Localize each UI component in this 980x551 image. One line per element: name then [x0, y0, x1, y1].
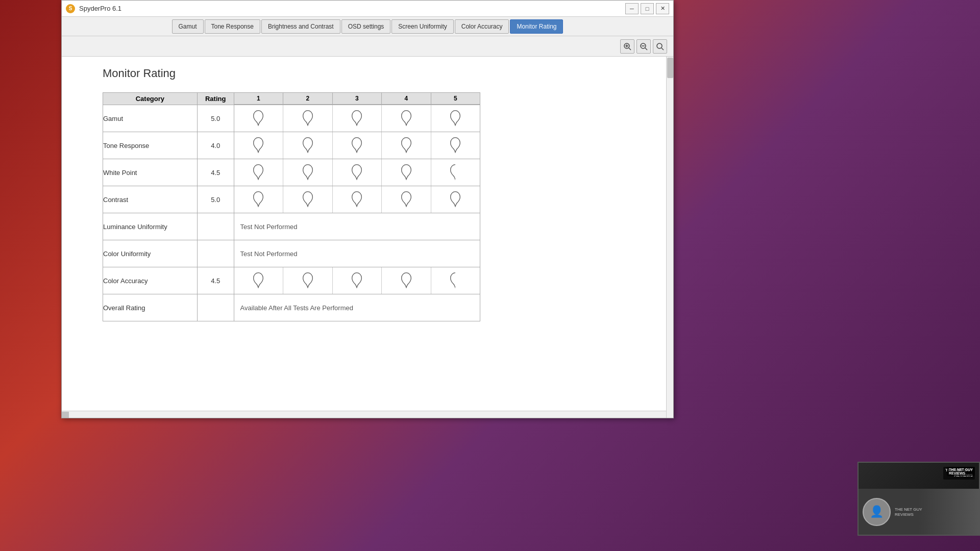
- cell-rating-color-accuracy: 4.5: [197, 267, 234, 294]
- cell-category-overall-rating: Overall Rating: [103, 294, 198, 321]
- message-color-uniformity: Test Not Performed: [234, 240, 480, 267]
- star-col-2: 2: [283, 93, 332, 104]
- star-slot-white-point-1: [234, 159, 283, 186]
- star-slot-contrast-3: [333, 186, 382, 213]
- star-slot-white-point-5: [431, 159, 480, 186]
- cell-stars-contrast: [234, 186, 480, 213]
- video-brand-tag: THE NET GUYREVIEWS: [947, 467, 975, 476]
- star-slot-contrast-2: [283, 186, 332, 213]
- cell-category-gamut: Gamut: [103, 105, 198, 132]
- app-window: S SpyderPro 6.1 ─ □ ✕ Gamut Tone Respons…: [61, 0, 674, 418]
- star-slot-tone-response-4: [382, 132, 431, 159]
- star-slot-gamut-3: [333, 105, 382, 132]
- window-controls: ─ □ ✕: [625, 3, 669, 14]
- cell-stars-tone-response: [234, 132, 480, 159]
- star-slot-gamut-1: [234, 105, 283, 132]
- star-slot-tone-response-2: [283, 132, 332, 159]
- cell-rating-white-point: 4.5: [197, 159, 234, 186]
- svg-line-5: [645, 48, 647, 50]
- table-row: Gamut5.0: [103, 105, 480, 132]
- zoom-in-icon: [623, 42, 631, 51]
- svg-line-8: [662, 48, 664, 50]
- cell-stars-gamut: [234, 105, 480, 132]
- svg-point-7: [657, 43, 662, 48]
- table-row: Color Accuracy4.5: [103, 267, 480, 294]
- zoom-reset-button[interactable]: [653, 39, 667, 54]
- tab-bar: Gamut Tone Response Brightness and Contr…: [62, 17, 673, 36]
- message-overall-rating: Available After All Tests Are Performed: [234, 294, 480, 321]
- star-slot-color-accuracy-5: [431, 267, 480, 294]
- star-col-1: 1: [234, 93, 283, 104]
- video-meta: THE NET GUY REVIEWS: [895, 507, 922, 517]
- cell-rating-gamut: 5.0: [197, 105, 234, 132]
- star-slot-gamut-4: [382, 105, 431, 132]
- tab-screen-uniformity[interactable]: Screen Uniformity: [391, 19, 453, 34]
- header-category: Category: [103, 93, 198, 105]
- star-slot-white-point-3: [333, 159, 382, 186]
- title-bar: S SpyderPro 6.1 ─ □ ✕: [62, 1, 673, 17]
- cell-category-tone-response: Tone Response: [103, 132, 198, 159]
- tab-monitor-rating[interactable]: Monitor Rating: [510, 19, 563, 34]
- table-row: Tone Response4.0: [103, 132, 480, 159]
- cell-rating-overall-rating: [197, 294, 234, 321]
- star-slot-contrast-4: [382, 186, 431, 213]
- star-slot-tone-response-3: [333, 132, 382, 159]
- h-scrollbar-thumb[interactable]: [62, 412, 69, 418]
- cell-category-color-uniformity: Color Uniformity: [103, 240, 198, 267]
- page-title: Monitor Rating: [103, 67, 663, 80]
- star-col-5: 5: [431, 93, 480, 104]
- cell-stars-luminance-uniformity: Test Not Performed: [234, 213, 480, 240]
- tab-osd-settings[interactable]: OSD settings: [341, 19, 391, 34]
- cell-category-color-accuracy: Color Accuracy: [103, 267, 198, 294]
- video-thumb-inner: THE NET GUY REVIEWS 👤 THE NET GUY REVIEW…: [859, 463, 979, 535]
- cell-category-contrast: Contrast: [103, 186, 198, 213]
- cell-rating-tone-response: 4.0: [197, 132, 234, 159]
- tab-brightness-contrast[interactable]: Brightness and Contrast: [261, 19, 340, 34]
- star-slot-tone-response-5: [431, 132, 480, 159]
- table-row: Overall RatingAvailable After All Tests …: [103, 294, 480, 321]
- table-row: White Point4.5: [103, 159, 480, 186]
- star-slot-color-accuracy-3: [333, 267, 382, 294]
- star-slot-contrast-1: [234, 186, 283, 213]
- cell-stars-white-point: [234, 159, 480, 186]
- star-slot-color-accuracy-4: [382, 267, 431, 294]
- cell-rating-luminance-uniformity: [197, 213, 234, 240]
- scrollbar-track[interactable]: [666, 57, 673, 418]
- cell-stars-color-accuracy: [234, 267, 480, 294]
- star-slot-tone-response-1: [234, 132, 283, 159]
- tab-tone-response[interactable]: Tone Response: [205, 19, 260, 34]
- star-slot-white-point-2: [283, 159, 332, 186]
- table-row: Luminance UniformityTest Not Performed: [103, 213, 480, 240]
- app-title: SpyderPro 6.1: [79, 5, 625, 12]
- zoom-in-button[interactable]: [620, 39, 634, 54]
- star-slot-gamut-2: [283, 105, 332, 132]
- star-slot-contrast-5: [431, 186, 480, 213]
- app-icon: S: [66, 4, 75, 13]
- monitor-rating-table: Category Rating 1 2 3 4 5: [103, 92, 480, 321]
- video-avatar: 👤: [863, 498, 891, 526]
- close-button[interactable]: ✕: [656, 3, 669, 14]
- star-col-3: 3: [333, 93, 382, 104]
- header-rating: Rating: [197, 93, 234, 105]
- tab-gamut[interactable]: Gamut: [172, 19, 204, 34]
- cell-stars-color-uniformity: Test Not Performed: [234, 240, 480, 267]
- table-row: Contrast5.0: [103, 186, 480, 213]
- zoom-reset-icon: [656, 42, 664, 51]
- content-area: Monitor Rating Category Rating 1 2 3 4: [62, 57, 673, 418]
- cell-rating-color-uniformity: [197, 240, 234, 267]
- video-thumbnail: THE NET GUY REVIEWS 👤 THE NET GUY REVIEW…: [857, 462, 980, 536]
- horizontal-scrollbar[interactable]: [62, 411, 666, 418]
- star-slot-color-accuracy-1: [234, 267, 283, 294]
- header-stars: 1 2 3 4 5: [234, 93, 480, 105]
- star-slot-gamut-5: [431, 105, 480, 132]
- star-col-4: 4: [382, 93, 431, 104]
- svg-line-1: [629, 48, 631, 50]
- zoom-out-button[interactable]: [636, 39, 651, 54]
- minimize-button[interactable]: ─: [625, 3, 639, 14]
- cell-rating-contrast: 5.0: [197, 186, 234, 213]
- cell-category-luminance-uniformity: Luminance Uniformity: [103, 213, 198, 240]
- scrollbar-thumb[interactable]: [667, 58, 673, 78]
- tab-color-accuracy[interactable]: Color Accuracy: [455, 19, 509, 34]
- cell-stars-overall-rating: Available After All Tests Are Performed: [234, 294, 480, 321]
- maximize-button[interactable]: □: [641, 3, 654, 14]
